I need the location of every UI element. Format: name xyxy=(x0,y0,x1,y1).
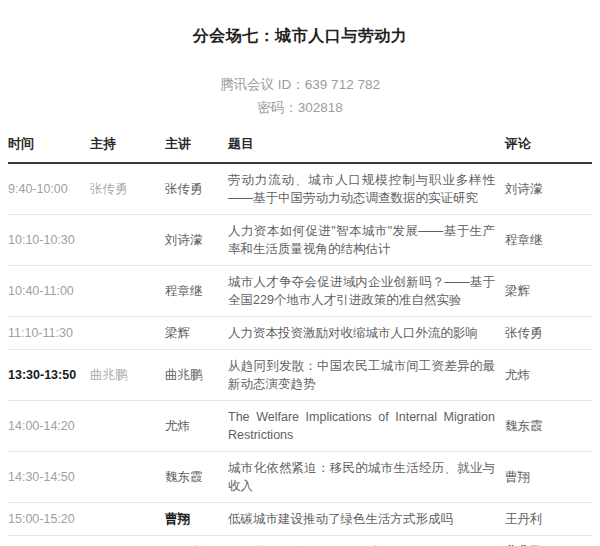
speaker-cell: 魏东霞 xyxy=(165,452,228,503)
meeting-id-value: 639 712 782 xyxy=(305,77,380,92)
time-cell: 13:30-13:50 xyxy=(8,350,90,401)
commenter-cell: 曲兆鹏 xyxy=(505,536,592,546)
speaker-cell: 程章继 xyxy=(165,266,228,317)
table-row: 10:40-11:00程章继城市人才争夺会促进域内企业创新吗？——基于全国229… xyxy=(8,266,592,317)
table-row: 14:30-14:50魏东霞城市化依然紧迫：移民的城市生活经历、就业与收入曹翔 xyxy=(8,452,592,503)
host-cell: 张传勇 xyxy=(90,163,165,215)
commenter-cell: 王丹利 xyxy=(505,503,592,536)
host-cell xyxy=(90,536,165,546)
topic-cell: 城市化依然紧迫：移民的城市生活经历、就业与收入 xyxy=(228,452,505,503)
host-cell xyxy=(90,215,165,266)
session-title: 分会场七：城市人口与劳动力 xyxy=(8,26,592,47)
schedule-table: 时间主持主讲题目评论 9:40-10:00张传勇张传勇劳动力流动、城市人口规模控… xyxy=(8,135,592,546)
topic-cell: 从趋同到发散：中国农民工城市间工资差异的最新动态演变趋势 xyxy=(228,350,505,401)
time-cell: 10:10-10:30 xyxy=(8,215,90,266)
commenter-cell: 曹翔 xyxy=(505,452,592,503)
topic-cell: 城市人才争夺会促进域内企业创新吗？——基于全国229个地市人才引进政策的准自然实… xyxy=(228,266,505,317)
host-cell xyxy=(90,317,165,350)
table-header-row: 时间主持主讲题目评论 xyxy=(8,135,592,163)
time-cell: 11:10-11:30 xyxy=(8,317,90,350)
meeting-id-label: 腾讯会议 ID： xyxy=(220,77,305,92)
column-header-time: 时间 xyxy=(8,135,90,163)
meeting-id-line: 腾讯会议 ID：639 712 782 xyxy=(8,73,592,96)
table-row: 14:00-14:20尤炜The Welfare Implications of… xyxy=(8,401,592,452)
speaker-cell: 王丹利 xyxy=(165,536,228,546)
commenter-cell: 程章继 xyxy=(505,215,592,266)
speaker-cell: 张传勇 xyxy=(165,163,228,215)
table-row: 9:40-10:00张传勇张传勇劳动力流动、城市人口规模控制与职业多样性——基于… xyxy=(8,163,592,215)
time-cell: 9:40-10:00 xyxy=(8,163,90,215)
topic-cell: 劳动力流动、城市人口规模控制与职业多样性——基于中国劳动力动态调查数据的实证研究 xyxy=(228,163,505,215)
time-cell: 10:40-11:00 xyxy=(8,266,90,317)
topic-cell: 人力资本如何促进"智本城市"发展——基于生产率和生活质量视角的结构估计 xyxy=(228,215,505,266)
speaker-cell: 刘诗濛 xyxy=(165,215,228,266)
column-header-topic: 题目 xyxy=(228,135,505,163)
session-program-page: 分会场七：城市人口与劳动力 腾讯会议 ID：639 712 782 密码：302… xyxy=(0,0,600,546)
table-row: 13:30-13:50曲兆鹏曲兆鹏从趋同到发散：中国农民工城市间工资差异的最新动… xyxy=(8,350,592,401)
meeting-info: 腾讯会议 ID：639 712 782 密码：302818 xyxy=(8,73,592,119)
time-cell: 15:30-15:50 xyxy=(8,536,90,546)
host-cell xyxy=(90,503,165,536)
host-cell xyxy=(90,266,165,317)
meeting-password-line: 密码：302818 xyxy=(8,96,592,119)
table-row: 11:10-11:30梁辉人力资本投资激励对收缩城市人口外流的影响张传勇 xyxy=(8,317,592,350)
topic-cell: 城市化、土地权益与性别财产平等 xyxy=(228,536,505,546)
table-row: 15:00-15:20曹翔低碳城市建设推动了绿色生活方式形成吗王丹利 xyxy=(8,503,592,536)
commenter-cell: 尤炜 xyxy=(505,350,592,401)
table-row: 10:10-10:30刘诗濛人力资本如何促进"智本城市"发展——基于生产率和生活… xyxy=(8,215,592,266)
speaker-cell: 曹翔 xyxy=(165,503,228,536)
table-row: 15:30-15:50王丹利城市化、土地权益与性别财产平等曲兆鹏 xyxy=(8,536,592,546)
column-header-host: 主持 xyxy=(90,135,165,163)
topic-cell: The Welfare Implications of Internal Mig… xyxy=(228,401,505,452)
column-header-speaker: 主讲 xyxy=(165,135,228,163)
time-cell: 14:30-14:50 xyxy=(8,452,90,503)
commenter-cell: 张传勇 xyxy=(505,317,592,350)
host-cell xyxy=(90,401,165,452)
schedule-table-body: 9:40-10:00张传勇张传勇劳动力流动、城市人口规模控制与职业多样性——基于… xyxy=(8,163,592,546)
host-cell: 曲兆鹏 xyxy=(90,350,165,401)
commenter-cell: 魏东霞 xyxy=(505,401,592,452)
meeting-password-label: 密码： xyxy=(257,100,298,115)
speaker-cell: 尤炜 xyxy=(165,401,228,452)
time-cell: 14:00-14:20 xyxy=(8,401,90,452)
speaker-cell: 梁辉 xyxy=(165,317,228,350)
commenter-cell: 刘诗濛 xyxy=(505,163,592,215)
speaker-cell: 曲兆鹏 xyxy=(165,350,228,401)
column-header-commenter: 评论 xyxy=(505,135,592,163)
meeting-password-value: 302818 xyxy=(298,100,343,115)
commenter-cell: 梁辉 xyxy=(505,266,592,317)
topic-cell: 人力资本投资激励对收缩城市人口外流的影响 xyxy=(228,317,505,350)
topic-cell: 低碳城市建设推动了绿色生活方式形成吗 xyxy=(228,503,505,536)
time-cell: 15:00-15:20 xyxy=(8,503,90,536)
host-cell xyxy=(90,452,165,503)
